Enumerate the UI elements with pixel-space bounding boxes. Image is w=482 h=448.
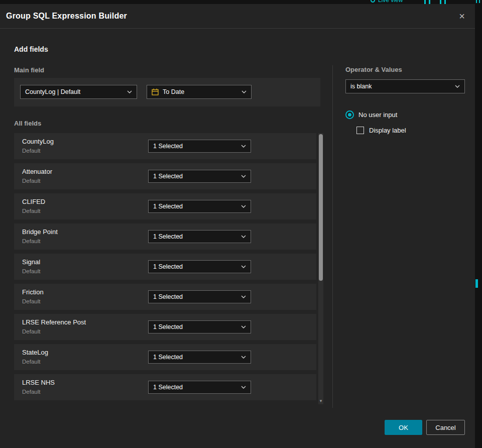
date-field-dropdown-label: To Date: [163, 88, 238, 95]
live-view-icon: [371, 0, 375, 3]
chevron-down-icon: [241, 295, 246, 298]
checkbox-unchecked-icon: [356, 127, 364, 134]
field-selected-dropdown-label: 1 Selected: [153, 143, 238, 150]
toolbar-fragment-icon: [476, 0, 480, 3]
field-selected-dropdown[interactable]: 1 Selected: [148, 260, 251, 273]
chevron-down-icon: [241, 386, 246, 389]
field-sub: Default: [22, 328, 40, 334]
field-sub: Default: [22, 298, 40, 304]
chevron-down-icon: [241, 265, 246, 268]
list-scrollbar[interactable]: ▾: [318, 133, 323, 404]
live-view-indicator[interactable]: Live view: [371, 0, 403, 4]
field-selected-dropdown-label: 1 Selected: [153, 203, 238, 210]
field-name: StateLog: [22, 349, 48, 356]
field-row: Signal Default 1 Selected: [14, 254, 316, 280]
chevron-down-icon: [241, 205, 246, 208]
chevron-down-icon: [127, 90, 132, 93]
field-selected-dropdown[interactable]: 1 Selected: [148, 351, 251, 364]
field-name: CLIFED: [22, 198, 45, 205]
main-field-panel: CountyLog | Default To Date: [14, 78, 320, 106]
close-icon[interactable]: ×: [457, 10, 467, 22]
toolbar-fragment-icon: [429, 0, 430, 4]
field-name: CountyLog: [22, 138, 54, 145]
field-selected-dropdown[interactable]: 1 Selected: [148, 170, 251, 183]
chevron-down-icon: [241, 235, 246, 238]
field-name: Signal: [22, 258, 40, 266]
all-fields-label: All fields: [14, 120, 41, 127]
radio-selected-icon: [345, 110, 354, 119]
date-field-dropdown[interactable]: To Date: [147, 85, 252, 99]
main-field-label: Main field: [14, 66, 44, 74]
field-selected-dropdown-label: 1 Selected: [153, 233, 238, 240]
field-row: CLIFED Default 1 Selected: [14, 193, 316, 219]
field-selected-dropdown-label: 1 Selected: [153, 263, 238, 270]
display-label-checkbox[interactable]: Display label: [356, 127, 406, 134]
field-sub: Default: [22, 148, 40, 154]
column-divider: [332, 65, 333, 408]
field-sub: Default: [22, 208, 40, 214]
no-user-input-radio[interactable]: No user input: [345, 110, 397, 119]
operator-values-label: Operator & Values: [345, 66, 402, 73]
app-top-strip: Live view: [0, 0, 482, 4]
scrollbar-down-arrow-icon[interactable]: ▾: [318, 399, 323, 403]
field-row: Attenuator Default 1 Selected: [14, 163, 316, 189]
toolbar-fragment-icon: [424, 0, 426, 4]
chevron-down-icon: [241, 325, 246, 328]
operator-dropdown[interactable]: is blank: [345, 79, 465, 93]
no-user-input-label: No user input: [358, 111, 397, 119]
live-view-label: Live view: [378, 0, 403, 4]
chevron-down-icon: [241, 145, 246, 148]
field-selected-dropdown-label: 1 Selected: [153, 323, 238, 330]
field-selected-dropdown[interactable]: 1 Selected: [148, 140, 251, 153]
field-sub: Default: [22, 389, 40, 395]
chevron-down-icon: [242, 90, 247, 93]
dialog-title: Group SQL Expression Builder: [6, 12, 457, 21]
field-selected-dropdown[interactable]: 1 Selected: [148, 230, 251, 243]
selection-handle-fragment: [475, 279, 478, 288]
calendar-icon: [152, 88, 159, 95]
app-right-strip: [475, 0, 482, 448]
chevron-down-icon: [455, 85, 460, 88]
field-selected-dropdown-label: 1 Selected: [153, 173, 238, 180]
field-selected-dropdown-label: 1 Selected: [153, 354, 238, 361]
field-row: CountyLog Default 1 Selected: [14, 133, 316, 159]
all-fields-list: CountyLog Default 1 Selected Attenuator …: [14, 133, 316, 404]
field-name: Friction: [22, 288, 44, 296]
field-sub: Default: [22, 178, 40, 184]
field-row: LRSE NHS Default 1 Selected: [14, 374, 316, 400]
field-selected-dropdown-label: 1 Selected: [153, 293, 238, 300]
toolbar-fragment-icon: [444, 0, 446, 4]
screen: { "backdrop": { "live_view_label": "Live…: [0, 0, 482, 448]
field-selected-dropdown[interactable]: 1 Selected: [148, 290, 251, 303]
field-selected-dropdown[interactable]: 1 Selected: [148, 320, 251, 333]
toolbar-fragment-icon: [440, 0, 441, 4]
field-name: Bridge Point: [22, 228, 58, 236]
main-field-dropdown[interactable]: CountyLog | Default: [20, 85, 137, 99]
ok-button[interactable]: OK: [385, 420, 422, 435]
dialog-header: Group SQL Expression Builder ×: [0, 4, 475, 29]
group-sql-expression-builder-dialog: Group SQL Expression Builder × Add field…: [0, 4, 475, 448]
operator-dropdown-label: is blank: [350, 83, 452, 90]
field-row: StateLog Default 1 Selected: [14, 344, 316, 370]
main-field-dropdown-label: CountyLog | Default: [25, 88, 124, 95]
field-sub: Default: [22, 238, 40, 244]
field-sub: Default: [22, 359, 40, 365]
field-row: Friction Default 1 Selected: [14, 284, 316, 310]
field-sub: Default: [22, 268, 40, 274]
cancel-button[interactable]: Cancel: [426, 420, 465, 435]
field-row: Bridge Point Default 1 Selected: [14, 223, 316, 250]
scrollbar-thumb[interactable]: [319, 134, 323, 281]
field-selected-dropdown[interactable]: 1 Selected: [148, 381, 251, 394]
display-label-text: Display label: [369, 127, 406, 134]
add-fields-heading: Add fields: [14, 45, 48, 53]
field-name: LRSE Reference Post: [22, 318, 86, 326]
field-selected-dropdown-label: 1 Selected: [153, 384, 238, 391]
field-name: Attenuator: [22, 168, 52, 175]
chevron-down-icon: [241, 356, 246, 359]
field-name: LRSE NHS: [22, 379, 55, 386]
chevron-down-icon: [241, 175, 246, 178]
field-selected-dropdown[interactable]: 1 Selected: [148, 200, 251, 213]
field-row: LRSE Reference Post Default 1 Selected: [14, 314, 316, 340]
